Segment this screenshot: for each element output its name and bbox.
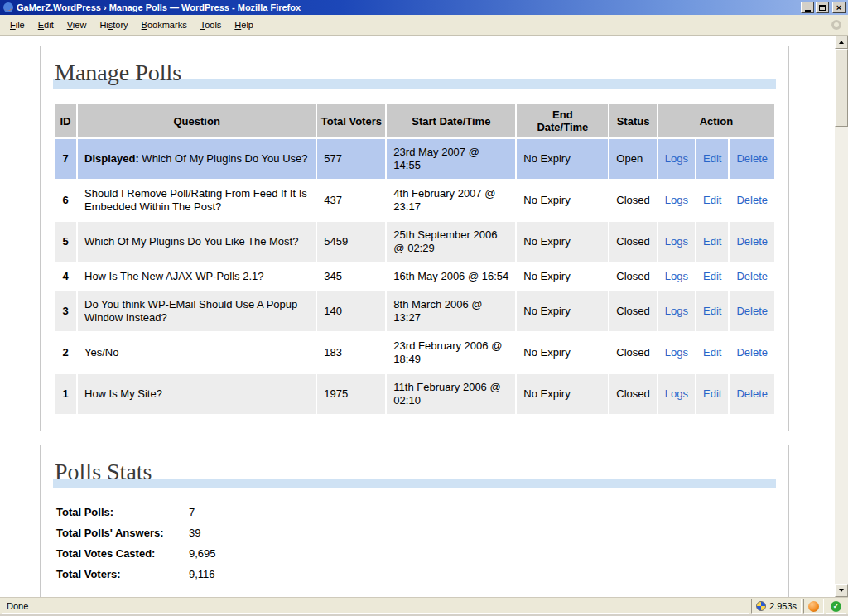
displayed-label: Displayed: [84, 152, 139, 165]
logs-link[interactable]: Logs [665, 270, 688, 282]
delete-link[interactable]: Delete [736, 194, 768, 206]
poll-end: No Expiry [517, 291, 608, 331]
stat-total-votes: Total Votes Casted:9,695 [56, 543, 776, 564]
poll-end: No Expiry [517, 374, 608, 414]
col-header-id: ID [55, 104, 76, 137]
poll-start: 11th February 2006 @ 02:10 [387, 374, 515, 414]
vertical-scrollbar[interactable] [835, 36, 848, 597]
close-button[interactable]: × [832, 2, 846, 13]
menu-bookmarks[interactable]: Bookmarks [135, 17, 194, 33]
poll-question: How Is The New AJAX WP-Polls 2.1? [78, 263, 316, 290]
load-time: 2.953s [769, 601, 797, 611]
poll-id: 6 [55, 180, 76, 220]
poll-question: How Is My Site? [78, 374, 316, 414]
status-text: Done [7, 601, 28, 611]
extension-panel [803, 599, 824, 614]
poll-end: No Expiry [517, 222, 608, 262]
scrollbar-thumb[interactable] [835, 49, 848, 127]
up-arrow-icon [839, 41, 844, 44]
scroll-down-button[interactable] [835, 584, 848, 597]
polls-stats-list: Total Polls:7 Total Polls' Answers:39 To… [56, 502, 776, 585]
polls-stats-heading: Polls Stats [53, 457, 776, 488]
security-panel: ✓ [826, 599, 846, 614]
delete-link[interactable]: Delete [736, 387, 768, 400]
poll-question: Should I Remove Poll/Rating From Feed If… [78, 180, 316, 220]
restore-button[interactable] [816, 2, 829, 13]
minimize-button[interactable] [801, 2, 814, 13]
delete-link[interactable]: Delete [736, 305, 768, 317]
down-arrow-icon [839, 589, 844, 592]
delete-link[interactable]: Delete [736, 270, 768, 282]
poll-status: Closed [610, 374, 656, 414]
poll-start: 4th February 2007 @ 23:17 [387, 180, 515, 220]
poll-status: Closed [610, 333, 656, 373]
poll-voters: 5459 [317, 222, 385, 262]
table-row: 4 How Is The New AJAX WP-Polls 2.1? 345 … [55, 263, 774, 290]
scroll-up-button[interactable] [835, 36, 848, 49]
col-header-start: Start Date/Time [387, 104, 515, 137]
load-timer-panel: 2.953s [751, 599, 802, 614]
poll-id: 3 [55, 291, 76, 331]
menu-view[interactable]: View [60, 17, 94, 33]
manage-polls-heading: Manage Polls [53, 58, 776, 89]
poll-end: No Expiry [517, 139, 608, 179]
col-header-status: Status [610, 104, 656, 137]
window-titlebar: GaMerZ.WordPress › Manage Polls — WordPr… [0, 0, 848, 15]
edit-link[interactable]: Edit [703, 387, 721, 400]
browser-viewport: Manage Polls ID Question Total Voters St… [0, 36, 848, 597]
menu-file[interactable]: File [3, 17, 31, 33]
logs-link[interactable]: Logs [665, 305, 688, 317]
col-header-end: End Date/Time [517, 104, 608, 137]
logs-link[interactable]: Logs [665, 152, 688, 165]
poll-question: Do You think WP-EMail Should Use A Popup… [78, 291, 316, 331]
table-row: 6 Should I Remove Poll/Rating From Feed … [55, 180, 774, 220]
edit-link[interactable]: Edit [703, 194, 721, 206]
table-row: 5 Which Of My Plugins Do You Like The Mo… [55, 222, 774, 262]
poll-start: 23rd February 2006 @ 18:49 [387, 333, 515, 373]
poll-start: 8th March 2006 @ 13:27 [387, 291, 515, 331]
delete-link[interactable]: Delete [736, 346, 768, 359]
edit-link[interactable]: Edit [703, 305, 721, 317]
stat-total-answers: Total Polls' Answers:39 [56, 522, 776, 543]
poll-status: Closed [610, 180, 656, 220]
green-check-icon: ✓ [831, 601, 841, 612]
polls-table: ID Question Total Voters Start Date/Time… [53, 103, 776, 416]
throbber-icon [831, 20, 841, 30]
col-header-total-voters: Total Voters [317, 104, 385, 137]
poll-id: 7 [55, 139, 76, 179]
menu-edit[interactable]: Edit [31, 17, 60, 33]
minimize-icon [805, 10, 811, 12]
logs-link[interactable]: Logs [665, 387, 688, 400]
logs-link[interactable]: Logs [665, 235, 688, 248]
timer-icon [756, 601, 766, 611]
poll-id: 1 [55, 374, 76, 414]
poll-voters: 183 [317, 333, 385, 373]
poll-start: 16th May 2006 @ 16:54 [387, 263, 515, 290]
edit-link[interactable]: Edit [703, 235, 721, 248]
stat-total-polls: Total Polls:7 [56, 502, 776, 522]
poll-end: No Expiry [517, 263, 608, 290]
delete-link[interactable]: Delete [736, 235, 768, 248]
orange-status-icon [808, 601, 819, 612]
poll-start: 25th September 2006 @ 02:29 [387, 222, 515, 262]
menu-tools[interactable]: Tools [194, 17, 229, 33]
table-row: 7 Displayed: Which Of My Plugins Do You … [55, 139, 774, 179]
poll-status: Closed [610, 263, 656, 290]
poll-question: Yes/No [78, 333, 316, 373]
edit-link[interactable]: Edit [703, 346, 721, 359]
status-message-panel: Done [2, 599, 749, 614]
delete-link[interactable]: Delete [736, 152, 768, 165]
edit-link[interactable]: Edit [703, 270, 721, 282]
poll-status: Closed [610, 222, 656, 262]
logs-link[interactable]: Logs [665, 346, 688, 359]
menu-history[interactable]: History [93, 17, 134, 33]
col-header-action: Action [658, 104, 774, 137]
poll-question: Displayed: Which Of My Plugins Do You Us… [78, 139, 316, 179]
table-row: 1 How Is My Site? 1975 11th February 200… [55, 374, 774, 414]
stat-total-voters: Total Voters:9,116 [56, 564, 776, 585]
poll-voters: 577 [317, 139, 385, 179]
logs-link[interactable]: Logs [665, 194, 688, 206]
menu-help[interactable]: Help [228, 17, 260, 33]
poll-voters: 140 [317, 291, 385, 331]
edit-link[interactable]: Edit [703, 152, 721, 165]
